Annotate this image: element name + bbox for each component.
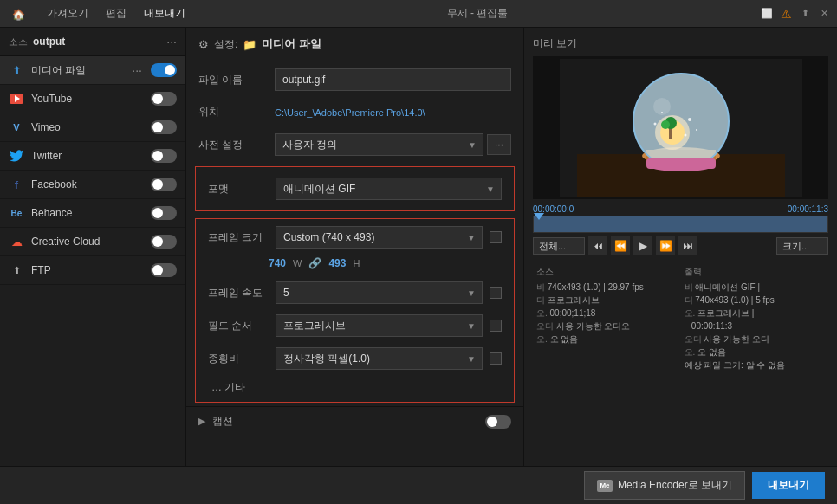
time-end: 00:00:11:3 <box>788 204 828 214</box>
play-back-start-btn[interactable]: ⏮ <box>588 236 607 255</box>
location-row: 위치 C:\User_\Adobe\Premiere Pro\14.0\ <box>186 98 523 126</box>
sidebar-item-media-file[interactable]: ⬆ 미디어 파일 ··· <box>0 56 185 85</box>
play-back-btn[interactable]: ⏪ <box>611 236 630 255</box>
file-icon: 📁 <box>243 38 256 51</box>
twitter-toggle[interactable] <box>151 149 177 163</box>
behance-toggle[interactable] <box>151 206 177 220</box>
vimeo-toggle[interactable] <box>151 120 177 134</box>
twitter-icon <box>9 148 24 164</box>
sidebar-item-vimeo[interactable]: V Vimeo <box>0 113 185 142</box>
format-row: 포맷 애니메이션 GIF ▼ <box>199 172 510 205</box>
play-end-btn[interactable]: ⏭ <box>678 236 698 255</box>
sidebar-item-facebook[interactable]: f Facebook <box>0 171 185 199</box>
preset-dots-btn[interactable]: ··· <box>487 134 511 155</box>
aspect-row: 종횡비 정사각형 픽셀(1.0) ▼ <box>199 342 510 375</box>
format-label: 포맷 <box>208 182 269 197</box>
media-file-dots[interactable]: ··· <box>132 63 142 77</box>
source-line-5: 오. 오 없음 <box>536 333 678 346</box>
output-title: 출력 <box>685 266 826 278</box>
ftp-toggle[interactable] <box>151 263 177 277</box>
title-bar-menu: 가져오기 편집 내보내기 <box>38 3 194 24</box>
height-label: H <box>353 258 360 268</box>
play-forward-btn[interactable]: ⏩ <box>656 236 675 255</box>
media-file-icon: ⬆ <box>9 62 24 78</box>
size-select[interactable]: 크기... <box>776 237 828 255</box>
media-file-toggle[interactable] <box>151 63 177 77</box>
source-title: 소스 <box>536 266 678 278</box>
height-value[interactable]: 493 <box>328 257 346 269</box>
location-label: 위치 <box>198 105 268 120</box>
youtube-label: YouTube <box>31 93 144 105</box>
sidebar-menu-dots[interactable]: ··· <box>166 35 177 48</box>
menu-export[interactable]: 내보내기 <box>135 3 194 24</box>
field-order-select[interactable]: 프로그레시브 <box>276 314 483 337</box>
sidebar-item-twitter[interactable]: Twitter <box>0 142 185 171</box>
resize-icon[interactable]: ⬜ <box>761 8 773 20</box>
menu-import[interactable]: 가져오기 <box>38 3 97 24</box>
captions-arrow-icon[interactable]: ▶ <box>198 416 205 427</box>
export-button[interactable]: 내보내기 <box>752 472 825 499</box>
svg-point-22 <box>653 98 671 115</box>
sidebar-item-creative-cloud[interactable]: ☁ Creative Cloud <box>0 228 185 256</box>
preset-label: 사전 설정 <box>198 138 268 152</box>
filename-value <box>275 68 511 91</box>
filename-input[interactable] <box>275 68 511 91</box>
frame-rate-select[interactable]: 5 <box>276 281 483 304</box>
range-select[interactable]: 전체... <box>533 237 585 255</box>
field-order-checkbox[interactable] <box>490 320 502 332</box>
frame-size-checkbox[interactable] <box>490 231 502 243</box>
output-col: 출력 비 애니메이션 GIF | 디 740x493 (1.0) | 5 fps… <box>681 262 829 375</box>
media-file-label: 미디어 파일 <box>31 63 125 78</box>
timeline-bar[interactable] <box>533 216 828 233</box>
frame-size-select[interactable]: Custom (740 x 493) <box>276 226 483 249</box>
controls-row: 전체... ⏮ ⏪ ▶ ⏩ ⏭ 크기... <box>533 233 828 259</box>
aspect-select[interactable]: 정사각형 픽셀(1.0) <box>276 347 483 370</box>
preset-row: 사전 설정 사용자 정의 ▼ ··· <box>186 126 523 163</box>
svg-point-16 <box>661 120 670 129</box>
facebook-label: Facebook <box>31 178 144 191</box>
preview-title: 미리 보기 <box>533 36 828 51</box>
preset-select[interactable]: 사용자 정의 <box>275 133 483 156</box>
creative-cloud-icon: ☁ <box>9 234 24 249</box>
ftp-icon: ⬆ <box>9 262 24 278</box>
encoder-logo-icon: Me <box>597 480 613 492</box>
frame-size-label: 프레임 크기 <box>208 230 269 245</box>
twitter-label: Twitter <box>31 150 144 162</box>
behance-icon: Be <box>9 205 24 221</box>
source-value: output <box>33 36 65 48</box>
width-value[interactable]: 740 <box>269 257 286 269</box>
sidebar-item-ftp[interactable]: ⬆ FTP <box>0 256 185 285</box>
share-icon[interactable]: ⬆ <box>799 8 811 20</box>
center-panel: ⚙ 설정: 📁 미디어 파일 파일 이름 위치 C:\User_\Adobe\P… <box>186 28 524 504</box>
vimeo-label: Vimeo <box>31 121 144 133</box>
title-bar: 🏠 가져오기 편집 내보내기 무제 - 편집툴 ⬜ ⚠ ⬆ ✕ <box>0 0 837 28</box>
menu-edit[interactable]: 편집 <box>97 3 135 24</box>
format-select[interactable]: 애니메이션 GIF <box>276 178 502 200</box>
bottom-bar: Me Media Encoder로 보내기 내보내기 <box>0 466 837 504</box>
filename-row: 파일 이름 <box>186 61 523 98</box>
source-line-4: 오디 사용 가능한 오디오 <box>536 320 678 333</box>
send-to-encoder-button[interactable]: Me Media Encoder로 보내기 <box>584 471 745 500</box>
field-order-label: 필드 순서 <box>208 319 269 333</box>
source-col: 소스 비 740x493 (1.0) | 29.97 fps 디 프로그레시브 … <box>533 262 681 375</box>
sidebar-item-behance[interactable]: Be Behance <box>0 199 185 228</box>
location-link[interactable]: C:\User_\Adobe\Premiere Pro\14.0\ <box>275 107 425 118</box>
play-btn[interactable]: ▶ <box>633 236 652 255</box>
panel-header: ⚙ 설정: 📁 미디어 파일 <box>186 28 523 61</box>
source-line-1: 비 740x493 (1.0) | 29.97 fps <box>536 281 678 294</box>
encoder-btn-label: Media Encoder로 보내기 <box>618 478 732 493</box>
frame-rate-checkbox[interactable] <box>490 287 502 299</box>
sidebar: 소스 output ··· ⬆ 미디어 파일 ··· YouTube V Vim… <box>0 28 186 504</box>
captions-label: 캡션 <box>212 414 478 429</box>
creative-cloud-toggle[interactable] <box>151 235 177 249</box>
youtube-icon <box>9 91 24 107</box>
sidebar-item-youtube[interactable]: YouTube <box>0 85 185 113</box>
close-icon[interactable]: ✕ <box>818 8 830 20</box>
facebook-toggle[interactable] <box>151 178 177 191</box>
aspect-checkbox[interactable] <box>490 352 502 365</box>
more-btn[interactable]: … 기타 <box>199 375 510 400</box>
svg-text:🏠: 🏠 <box>12 8 25 21</box>
youtube-toggle[interactable] <box>151 92 177 106</box>
captions-toggle[interactable] <box>485 415 511 429</box>
svg-point-19 <box>684 133 686 136</box>
